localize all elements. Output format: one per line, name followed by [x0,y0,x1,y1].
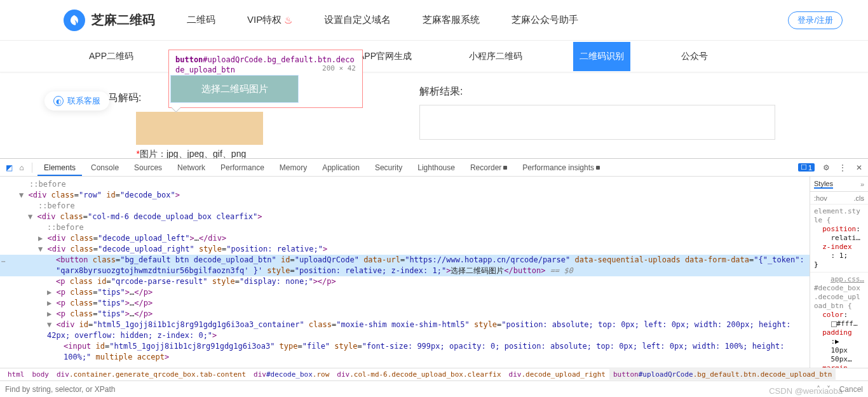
sub-nav: APP二维码 码 好友码合并 APP官网生成 小程序二维码 二维码识别 公众号 [0,41,868,72]
nav-vip[interactable]: VIP特权♨ [247,14,292,26]
tooltip-dimensions: 200 × 42 [322,64,356,72]
tab-memory[interactable]: Memory [273,159,313,176]
devtools-panel: ◩ ⌂ Elements Console Sources Network Per… [0,158,868,397]
inspect-icon[interactable]: ◩ [4,163,14,173]
nav-domain[interactable]: 设置自定义域名 [324,14,391,26]
tab-recorder[interactable]: Recorder [464,159,513,176]
top-bar: 芝麻二维码 二维码 VIP特权♨ 设置自定义域名 芝麻客服系统 芝麻公众号助手 … [0,0,868,41]
crumb-upload-box[interactable]: div.col-md-6.decode_upload_box.clearfix [333,369,505,380]
next-match-icon[interactable]: ˅ [824,385,833,394]
tab-elements[interactable]: Elements [37,159,82,176]
upload-qr-button[interactable]: 选择二维码图片 [171,76,298,102]
top-nav: 二维码 VIP特权♨ 设置自定义域名 芝麻客服系统 芝麻公众号助手 [187,14,788,26]
headset-icon: ◐ [53,96,64,106]
brand-logo[interactable]: 芝麻二维码 [64,10,155,31]
crumb-decode-box[interactable]: div#decode_box.row [250,369,333,380]
style-rule-element[interactable]: element.style { position: relati… z-inde… [810,205,868,273]
kebab-icon[interactable]: ⋮ [837,163,848,173]
tab-sources[interactable]: Sources [128,159,168,176]
nav-service[interactable]: 芝麻客服系统 [423,14,480,26]
result-box [419,105,775,140]
login-button[interactable]: 登录/注册 [788,11,843,29]
hov-toggle[interactable]: :hov [814,194,827,202]
search-input[interactable] [5,385,808,394]
prev-match-icon[interactable]: ˄ [814,385,823,394]
crumb-container[interactable]: div.container.generate_qrcode_box.tab-co… [53,369,250,380]
tab-security[interactable]: Security [369,159,409,176]
upload-drop-zone[interactable] [136,112,263,145]
close-icon[interactable]: ✕ [854,163,864,173]
tab-lighthouse[interactable]: Lighthouse [411,159,461,176]
tab-application[interactable]: Application [316,159,366,176]
subnav-miniprogram[interactable]: 小程序二维码 [463,42,529,71]
crumb-upload-right[interactable]: div.decode_upload_right [505,369,609,380]
style-rule-decode-btn[interactable]: app.css… #decode_box .decode_upload_btn … [810,273,868,368]
cls-toggle[interactable]: .cls [854,194,865,202]
subnav-app-qr[interactable]: APP二维码 [83,42,140,71]
dom-breadcrumb[interactable]: html body div.container.generate_qrcode_… [0,368,868,380]
styles-tab[interactable]: Styles [814,180,833,189]
nav-assistant[interactable]: 芝麻公众号助手 [512,14,578,26]
tab-console[interactable]: Console [85,159,125,176]
cancel-button[interactable]: Cancel [839,385,863,394]
tab-perf-insights[interactable]: Performance insights [516,159,606,176]
tab-network[interactable]: Network [171,159,212,176]
leaf-icon [64,10,85,31]
crumb-body[interactable]: body [29,369,53,380]
tab-performance[interactable]: Performance [214,159,271,176]
brand-text: 芝麻二维码 [92,11,155,29]
subnav-official[interactable]: 公众号 [675,42,714,71]
dom-tree[interactable]: ::before ▼ <div class="row" id="decode_b… [0,177,810,368]
gear-icon[interactable]: ⚙ [821,163,831,173]
chevron-right-icon[interactable]: » [860,180,864,188]
device-icon[interactable]: ⌂ [17,163,27,173]
nav-qrcode[interactable]: 二维码 [187,14,215,26]
devtools-search-bar: ˄ ˅ Cancel [0,380,868,397]
result-title: 解析结果: [419,85,817,98]
styles-pane: Styles » :hov .cls element.style { posit… [810,177,868,368]
crumb-html[interactable]: html [4,369,29,380]
fire-icon: ♨ [284,15,292,26]
inspector-tooltip: button#uploadQrCode.bg_default.btn.decod… [168,50,363,108]
contact-support-badge[interactable]: ◐ 联系客服 [44,91,109,111]
devtools-tabs: ◩ ⌂ Elements Console Sources Network Per… [0,159,868,177]
issues-badge[interactable]: ☐ 1 [798,163,815,172]
crumb-upload-button[interactable]: button#uploadQrCode.bg_default.btn.decod… [609,369,836,380]
subnav-decode[interactable]: 二维码识别 [573,42,630,71]
